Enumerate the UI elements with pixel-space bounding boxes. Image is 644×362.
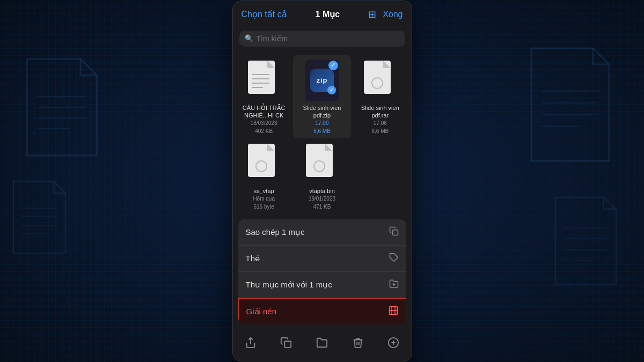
file-item-4[interactable]: ss_vtap Hôm qua 616 byte [235, 138, 293, 214]
file-item-3[interactable]: Slide sinh vien pdf.rar 17:06 6,6 MB [351, 55, 409, 139]
context-menu: Sao chép 1 mục Thẻ Thư mục mới với 1 mục [238, 219, 406, 324]
file-icon-5 [305, 143, 339, 184]
file-meta-date-2: 17:09 [315, 120, 328, 127]
file-name-4: ss_vtap [254, 187, 274, 195]
delete-button[interactable] [348, 335, 368, 353]
file-name-3: Slide sinh vien pdf.rar [356, 104, 404, 120]
file-icon-1 [247, 60, 281, 101]
svg-rect-37 [285, 342, 291, 348]
bg-doc-left-top [16, 54, 102, 161]
context-extract-label: Giải nén [246, 307, 277, 316]
file-meta-date-1: 18/03/2023 [251, 120, 277, 127]
done-button[interactable]: Xong [383, 10, 402, 19]
file-grid: CÂU HỎI TRẮC NGHIÊ...HI CK 18/03/2023 40… [233, 52, 412, 218]
bin-svg-2 [305, 143, 339, 184]
context-copy-icon [389, 226, 399, 238]
file-name-5: vtapta.bin [309, 187, 335, 195]
context-item-newfolder[interactable]: Thư mục mới với 1 mục [238, 272, 406, 298]
top-bar: Chọn tất cả 1 Mục ⊞ Xong [233, 1, 412, 26]
file-icon-4 [247, 143, 281, 184]
file-meta-size-4: 616 byte [253, 203, 274, 211]
svg-rect-31 [392, 230, 398, 235]
context-newfolder-icon [389, 279, 399, 291]
add-button[interactable] [383, 335, 404, 353]
file-item-2[interactable]: zip ✓ ✓ Slide sinh vien pdf.zip 17:09 6,… [293, 55, 351, 139]
file-meta-date-5: 19/01/2023 [309, 195, 335, 203]
search-input[interactable] [257, 34, 400, 43]
context-tag-icon [389, 253, 399, 264]
search-bar: 🔍 [239, 31, 405, 47]
context-copy-label: Sao chép 1 mục [246, 227, 305, 237]
context-newfolder-label: Thư mục mới với 1 mục [246, 280, 332, 290]
bg-doc-left-bottom [5, 177, 70, 257]
file-icon-2: zip ✓ ✓ [305, 60, 339, 101]
select-all-button[interactable]: Chọn tất cả [241, 9, 287, 19]
file-meta-size-5: 471 KB [313, 203, 331, 211]
bg-doc-right-bottom [547, 193, 623, 290]
file-meta-size-2: 6,6 MB [313, 128, 331, 135]
context-extract-icon [389, 306, 398, 317]
zip-label: zip [316, 76, 327, 84]
context-tag-label: Thẻ [246, 254, 260, 263]
top-bar-icons: ⊞ Xong [368, 9, 402, 20]
file-item-1[interactable]: CÂU HỎI TRẮC NGHIÊ...HI CK 18/03/2023 40… [235, 55, 293, 139]
top-bar-title: 1 Mục [316, 9, 340, 19]
doc-svg-1 [247, 60, 281, 101]
file-meta-date-4: Hôm qua [253, 195, 275, 203]
selected-badge-2: ✓ [328, 61, 338, 70]
bottom-toolbar [233, 329, 412, 361]
file-name-2: Slide sinh vien pdf.zip [298, 104, 346, 120]
context-item-tag[interactable]: Thẻ [238, 246, 406, 272]
phone-container: Chọn tất cả 1 Mục ⊞ Xong 🔍 CÂ [232, 1, 412, 362]
file-icon-3 [363, 60, 397, 101]
folder-button[interactable] [312, 335, 332, 353]
bg-doc-right-top [521, 43, 617, 166]
zip-inner: zip ✓ [310, 69, 334, 92]
grid-icon[interactable]: ⊞ [368, 9, 376, 20]
bin-svg-1 [247, 143, 281, 184]
copy-button[interactable] [276, 335, 296, 353]
share-button[interactable] [240, 335, 261, 353]
file-item-5[interactable]: vtapta.bin 19/01/2023 471 KB [293, 138, 351, 214]
context-item-copy[interactable]: Sao chép 1 mục [238, 219, 406, 246]
file-meta-size-1: 402 KB [255, 128, 273, 135]
context-item-extract[interactable]: Giải nén [238, 298, 406, 324]
file-name-1: CÂU HỎI TRẮC NGHIÊ...HI CK [240, 104, 288, 120]
rar-svg [363, 60, 397, 101]
file-meta-size-3: 6,6 MB [371, 128, 389, 135]
zip-checkmark: ✓ [327, 86, 336, 94]
search-icon: 🔍 [245, 34, 253, 42]
file-meta-date-3: 17:06 [374, 120, 387, 127]
